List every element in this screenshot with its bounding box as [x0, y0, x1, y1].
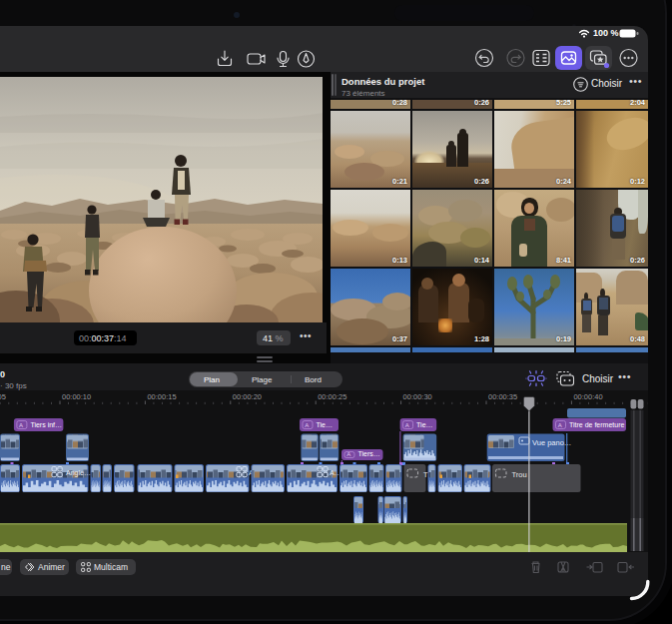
svg-text:A: A	[346, 451, 350, 457]
svg-text:Vue pano…: Vue pano…	[532, 438, 571, 447]
svg-text:A…: A…	[330, 469, 341, 476]
svg-text:Tiers inf…: Tiers inf…	[30, 421, 62, 428]
svg-text:A: A	[305, 422, 309, 428]
svg-text:A: A	[405, 422, 409, 428]
svg-text:00:00:10: 00:00:10	[62, 392, 91, 401]
svg-text:Tie…: Tie…	[317, 421, 333, 428]
svg-text:A: A	[558, 422, 562, 428]
svg-text:00:00:40: 00:00:40	[573, 392, 602, 401]
svg-text:00:00:25: 00:00:25	[318, 392, 346, 401]
svg-text:00:00:05: 00:00:05	[0, 392, 6, 401]
svg-text:Tiers…: Tiers…	[358, 450, 380, 457]
svg-text:Tie…: Tie…	[416, 421, 432, 428]
svg-text:T: T	[423, 470, 428, 479]
svg-text:00:00:20: 00:00:20	[233, 392, 262, 401]
svg-text:Titre de fermeture: Titre de fermeture	[569, 421, 624, 428]
svg-text:Angle…: Angle…	[66, 469, 91, 477]
svg-text:00:00:15: 00:00:15	[147, 392, 176, 401]
svg-text:Trou: Trou	[512, 470, 527, 479]
svg-text:00:00:35: 00:00:35	[488, 392, 517, 401]
svg-text:A: A	[19, 422, 23, 428]
svg-text:00:00:30: 00:00:30	[403, 392, 432, 401]
